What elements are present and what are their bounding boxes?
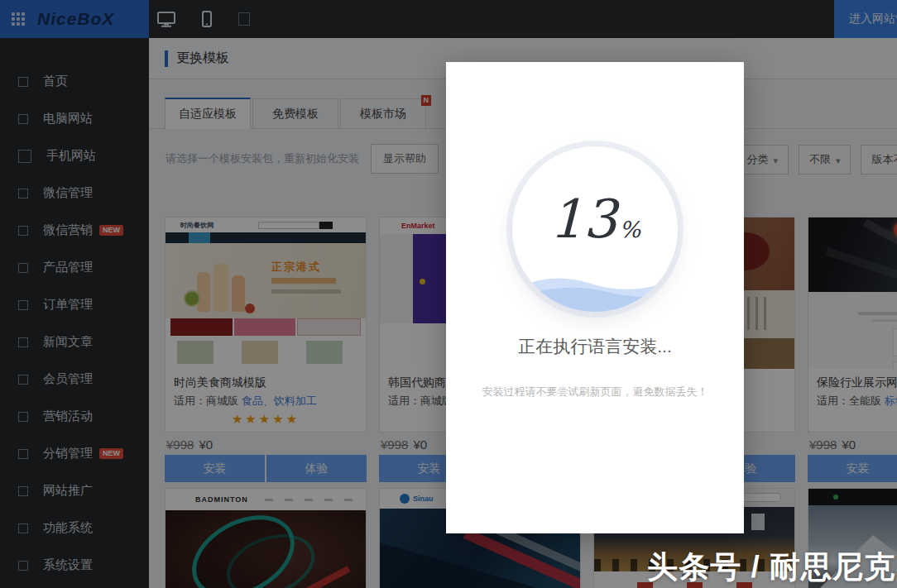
install-progress-modal: 13% 正在执行语言安装... 安装过程请不要尝试刷新页面，避免数据丢失！	[446, 62, 744, 533]
app-window: NiceBoX 进入网站管理 首页 电脑网站 手机网站 微信管理 微信营销NEW…	[0, 0, 897, 588]
install-warning-text: 安装过程请不要尝试刷新页面，避免数据丢失！	[446, 385, 744, 399]
wave-icon	[512, 265, 678, 312]
progress-percent: 13%	[512, 193, 678, 246]
percent-sign: %	[619, 217, 640, 242]
progress-circle: 13%	[512, 146, 678, 312]
install-status-text: 正在执行语言安装...	[446, 335, 744, 358]
progress-value: 13	[549, 189, 616, 250]
watermark-text: 头条号 / 耐思尼克	[647, 547, 895, 588]
